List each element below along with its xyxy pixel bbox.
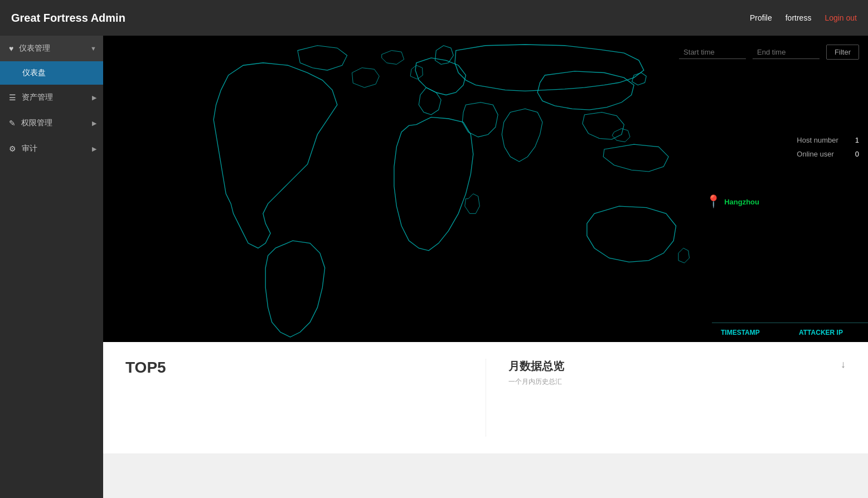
online-user-label: Online user bbox=[797, 150, 833, 158]
chevron-right-icon-3: ▶ bbox=[92, 145, 96, 153]
sidebar-item-asset-manage[interactable]: ☰ 资产管理 ▶ bbox=[0, 85, 103, 110]
bottom-section: TOP5 ↓ 月数据总览 一个月内历史总汇 bbox=[103, 342, 868, 453]
location-name: Hangzhou bbox=[724, 198, 759, 206]
location-pin-icon: 📍 bbox=[706, 194, 721, 209]
navbar: Great Fortress Admin Profile fortress Lo… bbox=[0, 0, 868, 36]
svg-rect-0 bbox=[189, 36, 783, 342]
map-controls: Filter bbox=[679, 45, 859, 60]
chevron-right-icon-2: ▶ bbox=[92, 120, 96, 127]
logout-link[interactable]: Login out bbox=[825, 13, 857, 22]
sidebar: ♥ 仪表管理 ▼ 仪表盘 ☰ 资产管理 ▶ ✎ 权限管理 ▶ ⚙ 审计 ▶ bbox=[0, 36, 103, 498]
map-stats: Host number 1 Online user 0 bbox=[797, 136, 859, 164]
sidebar-item-label: 审计 bbox=[22, 144, 37, 154]
world-map bbox=[103, 36, 868, 342]
monthly-section: ↓ 月数据总览 一个月内历史总汇 bbox=[486, 359, 846, 437]
pencil-icon: ✎ bbox=[9, 119, 16, 128]
fortress-link[interactable]: fortress bbox=[785, 13, 812, 22]
top5-section: TOP5 bbox=[125, 359, 463, 437]
download-icon[interactable]: ↓ bbox=[841, 359, 846, 370]
sidebar-sub-item-dashboard[interactable]: 仪表盘 bbox=[0, 61, 103, 85]
sidebar-item-audit[interactable]: ⚙ 审计 ▶ bbox=[0, 136, 103, 162]
online-user-value: 0 bbox=[855, 150, 859, 158]
content-area: Filter Host number 1 Online user 0 📍 Han… bbox=[103, 36, 868, 498]
online-user-row: Online user 0 bbox=[797, 150, 859, 158]
sidebar-sub-item-label: 仪表盘 bbox=[22, 68, 46, 78]
monthly-subtitle: 一个月内历史总汇 bbox=[508, 377, 846, 387]
host-number-value: 1 bbox=[855, 136, 859, 144]
map-table-header: TIMESTAMP ATTACKER IP bbox=[712, 323, 868, 342]
host-number-label: Host number bbox=[797, 136, 838, 144]
location-pin: 📍 Hangzhou bbox=[706, 194, 759, 209]
sidebar-item-label: 仪表管理 bbox=[19, 43, 50, 53]
sidebar-item-dashboard-manage[interactable]: ♥ 仪表管理 ▼ bbox=[0, 36, 103, 61]
top5-title: TOP5 bbox=[125, 359, 463, 377]
start-time-input[interactable] bbox=[679, 46, 746, 59]
monthly-title: 月数据总览 bbox=[508, 359, 846, 374]
heart-icon: ♥ bbox=[9, 44, 13, 53]
navbar-links: Profile fortress Login out bbox=[750, 13, 857, 22]
timestamp-col-header: TIMESTAMP bbox=[712, 323, 790, 342]
sidebar-item-label: 权限管理 bbox=[21, 118, 52, 128]
gear-icon: ⚙ bbox=[9, 144, 16, 153]
chevron-down-icon: ▼ bbox=[90, 45, 96, 52]
end-time-input[interactable] bbox=[753, 46, 819, 59]
filter-button[interactable]: Filter bbox=[826, 45, 859, 60]
map-section: Filter Host number 1 Online user 0 📍 Han… bbox=[103, 36, 868, 342]
chevron-right-icon: ▶ bbox=[92, 94, 96, 101]
app-title: Great Fortress Admin bbox=[11, 12, 750, 25]
host-number-row: Host number 1 bbox=[797, 136, 859, 144]
sidebar-item-label: 资产管理 bbox=[22, 92, 53, 102]
sidebar-item-permission-manage[interactable]: ✎ 权限管理 ▶ bbox=[0, 110, 103, 136]
main-layout: ♥ 仪表管理 ▼ 仪表盘 ☰ 资产管理 ▶ ✎ 权限管理 ▶ ⚙ 审计 ▶ bbox=[0, 36, 868, 498]
profile-link[interactable]: Profile bbox=[750, 13, 772, 22]
list-icon: ☰ bbox=[9, 93, 16, 102]
attacker-ip-col-header: ATTACKER IP bbox=[790, 323, 868, 342]
